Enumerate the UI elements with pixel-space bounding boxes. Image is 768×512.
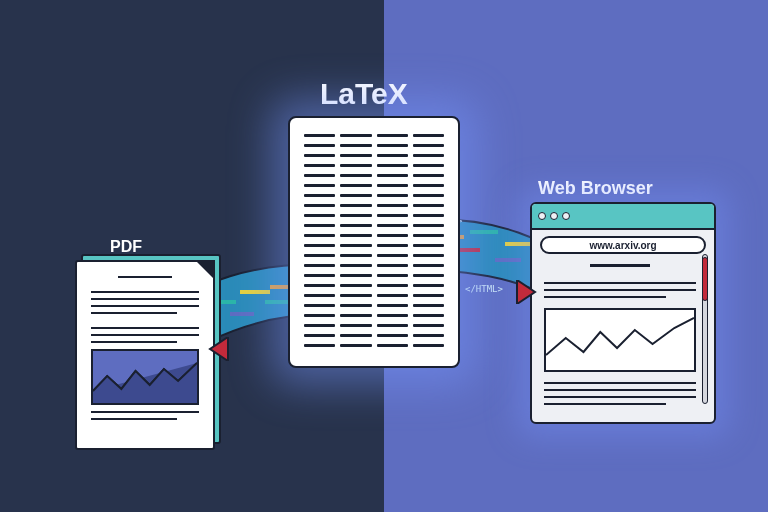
pdf-text-line	[91, 305, 199, 307]
browser-url-bar: www.arxiv.org	[540, 236, 706, 254]
browser-embedded-chart	[544, 308, 696, 372]
svg-marker-15	[517, 280, 535, 304]
page-text-line	[544, 403, 666, 405]
pdf-text-line	[91, 341, 177, 343]
svg-rect-3	[240, 290, 270, 294]
svg-rect-8	[470, 230, 498, 234]
window-control-dot	[538, 212, 546, 220]
browser-viewport	[532, 258, 714, 416]
arrowhead-icon	[208, 337, 230, 361]
page-text-line	[544, 382, 696, 384]
svg-marker-14	[210, 337, 228, 361]
pdf-page-front	[75, 260, 215, 450]
pdf-text-line	[91, 291, 199, 293]
browser-label: Web Browser	[538, 178, 653, 199]
page-title-line	[590, 264, 651, 267]
pdf-document	[75, 260, 215, 450]
arrowhead-icon	[515, 280, 537, 304]
dogear-icon	[195, 260, 215, 280]
page-text-line	[544, 396, 696, 398]
pdf-text-line	[91, 327, 199, 329]
pdf-text-line	[91, 298, 199, 300]
window-control-dot	[550, 212, 558, 220]
svg-rect-4	[230, 312, 254, 316]
html-close-tag-text: </HTML>	[465, 284, 504, 294]
pdf-text-line	[91, 411, 199, 413]
browser-window: www.arxiv.org	[530, 202, 716, 424]
pdf-text-line	[91, 334, 199, 336]
pdf-text-line	[91, 312, 177, 314]
latex-document	[288, 116, 460, 368]
page-text-line	[544, 296, 666, 298]
pdf-text-line	[91, 418, 177, 420]
page-text-line	[544, 389, 696, 391]
browser-titlebar	[532, 204, 714, 230]
latex-label: LaTeX	[320, 77, 408, 111]
pdf-title-line	[118, 276, 172, 278]
page-text-line	[544, 282, 696, 284]
page-text-line	[544, 289, 696, 291]
pdf-embedded-chart	[91, 349, 199, 405]
svg-rect-11	[495, 258, 521, 262]
window-control-dot	[562, 212, 570, 220]
svg-rect-9	[460, 248, 480, 252]
